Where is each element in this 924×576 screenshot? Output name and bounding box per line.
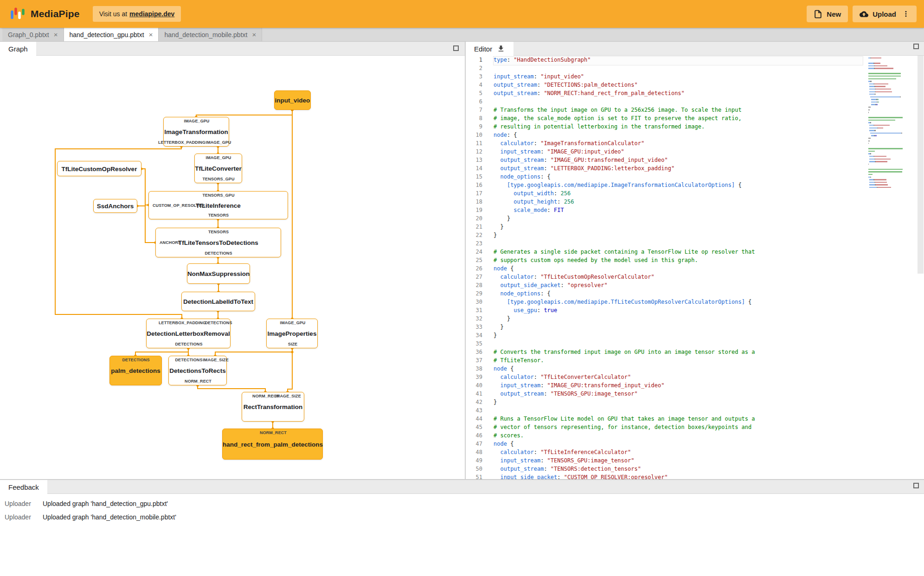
code-line[interactable] <box>494 340 863 349</box>
graph-tab[interactable]: Graph <box>0 42 36 56</box>
code-line[interactable]: # Generates a single side packet contain… <box>494 249 863 257</box>
code-line[interactable]: # Runs a TensorFlow Lite model on GPU th… <box>494 416 863 424</box>
code-line[interactable]: } <box>494 332 863 340</box>
code-line[interactable] <box>494 240 863 249</box>
graph-node-detections_to_rects[interactable]: DetectionsToRectsDETECTIONSIMAGE_SIZENOR… <box>168 356 227 385</box>
graph-node-rect_transformation[interactable]: RectTransformationNORM_RECTIMAGE_SIZE <box>242 392 304 422</box>
code-line[interactable]: } <box>494 399 863 407</box>
editor-scrollbar-thumb[interactable] <box>918 56 924 274</box>
code-line[interactable]: # Transforms the input image on GPU to a… <box>494 107 863 115</box>
code-line[interactable]: calculator: "TfLiteCustomOpResolverCalcu… <box>494 274 863 282</box>
code-line[interactable]: # vector of tensors representing, for in… <box>494 424 863 432</box>
code-line[interactable]: output_stream: "DETECTIONS:palm_detectio… <box>494 82 863 90</box>
line-number: 45 <box>466 424 490 432</box>
graph-canvas[interactable]: input_videoImageTransformationIMAGE_GPUL… <box>0 56 465 480</box>
graph-node-tflite_inference[interactable]: TfLiteInferenceTENSORS_GPUTENSORSCUSTOM_… <box>148 191 288 219</box>
editor-scrollbar[interactable] <box>917 56 924 480</box>
editor-tab[interactable]: Editor <box>466 42 513 56</box>
file-tab[interactable]: hand_detection_gpu.pbtxt× <box>64 28 159 41</box>
visit-link[interactable]: mediapipe.dev <box>129 10 174 18</box>
graph-node-non_max_suppression[interactable]: NonMaxSuppression <box>187 263 250 284</box>
code-line[interactable]: } <box>494 215 863 224</box>
graph-node-palm_detections[interactable]: palm_detectionsDETECTIONS <box>109 356 162 385</box>
code-line[interactable]: calculator: "TfLiteConverterCalculator" <box>494 374 863 382</box>
code-line[interactable]: use_gpu: true <box>494 307 863 315</box>
code-line[interactable]: output_side_packet: "opresolver" <box>494 282 863 290</box>
panel-splitter[interactable] <box>465 42 466 480</box>
code-line[interactable]: type: "HandDetectionSubgraph" <box>494 57 863 65</box>
port-label: IMAGE_GPU <box>280 320 306 325</box>
code-line[interactable] <box>494 98 863 107</box>
feedback-header-bar: Feedback <box>0 480 924 494</box>
graph-node-detection_letterbox_removal[interactable]: DetectionLetterboxRemovalLETTERBOX_PADDI… <box>146 319 231 348</box>
code-line[interactable]: output_stream: "TENSORS_GPU:image_tensor… <box>494 390 863 399</box>
code-line[interactable]: output_stream: "IMAGE_GPU:transformed_in… <box>494 157 863 165</box>
code-line[interactable]: } <box>494 324 863 332</box>
tab-close-icon[interactable]: × <box>54 31 58 38</box>
code-line[interactable]: output_width: 256 <box>494 190 863 198</box>
code-line[interactable]: # image, the scale_mode option is set to… <box>494 115 863 123</box>
code-line[interactable] <box>494 65 863 73</box>
code-line[interactable]: # TfLiteTensor. <box>494 357 863 365</box>
maximize-graph-icon[interactable] <box>453 45 459 51</box>
port-label: DETECTIONS <box>175 342 202 346</box>
tab-close-icon[interactable]: × <box>149 31 153 38</box>
code-line[interactable]: # supports custom ops needed by the mode… <box>494 257 863 265</box>
graph-node-image_transformation[interactable]: ImageTransformationIMAGE_GPULETTERBOX_PA… <box>163 117 229 147</box>
maximize-feedback-icon[interactable] <box>913 483 919 488</box>
code-line[interactable]: node: { <box>494 132 863 140</box>
code-line[interactable]: } <box>494 224 863 232</box>
editor-code[interactable]: type: "HandDetectionSubgraph"input_strea… <box>494 57 863 480</box>
feedback-tab[interactable]: Feedback <box>0 480 47 494</box>
code-line[interactable]: input_stream: "TENSORS_GPU:image_tensor" <box>494 457 863 466</box>
tab-close-icon[interactable]: × <box>252 31 256 38</box>
code-line[interactable]: input_stream: "IMAGE_GPU:input_video" <box>494 148 863 157</box>
code-line[interactable]: node_options: { <box>494 173 863 182</box>
graph-node-tflite_custom_op_resolver[interactable]: TfLiteCustomOpResolver <box>57 161 141 176</box>
code-line[interactable]: output_height: 256 <box>494 198 863 207</box>
code-line[interactable]: node_options: { <box>494 290 863 299</box>
download-icon[interactable] <box>497 45 505 53</box>
code-line[interactable]: output_stream: "NORM_RECT:hand_rect_from… <box>494 90 863 98</box>
code-line[interactable]: } <box>494 232 863 240</box>
minimap-line <box>868 115 917 115</box>
line-number: 26 <box>466 265 490 274</box>
editor-minimap[interactable] <box>868 58 917 189</box>
new-button[interactable]: New <box>807 6 848 22</box>
code-line[interactable]: # resulting in potential letterboxing in… <box>494 123 863 132</box>
graph-node-tflite_converter[interactable]: TfLiteConverterIMAGE_GPUTENSORS_GPU <box>194 154 242 183</box>
upload-button[interactable]: Upload <box>853 6 917 22</box>
code-line[interactable]: node { <box>494 365 863 374</box>
code-line[interactable]: output_stream: "TENSORS:detection_tensor… <box>494 466 863 474</box>
graph-node-hand_rect_from_palm_detections[interactable]: hand_rect_from_palm_detectionsNORM_RECT <box>222 429 323 460</box>
editor-panel[interactable]: 1234567891011121314151617181920212223242… <box>466 56 924 480</box>
minimap-line <box>868 94 917 95</box>
code-line[interactable]: } <box>494 315 863 324</box>
graph-node-detection_label_id_to_text[interactable]: DetectionLabelIdToText <box>181 292 255 311</box>
graph-node-input_video[interactable]: input_video <box>274 90 311 110</box>
graph-node-tflite_tensors_to_detections[interactable]: TfLiteTensorsToDetectionsTENSORSDETECTIO… <box>155 228 281 257</box>
code-line[interactable]: input_stream: "IMAGE_GPU:transformed_inp… <box>494 382 863 390</box>
code-line[interactable]: output_stream: "LETTERBOX_PADDING:letter… <box>494 165 863 173</box>
minimap-line <box>868 146 917 147</box>
file-tab[interactable]: Graph_0.pbtxt× <box>2 28 64 41</box>
code-line[interactable] <box>494 407 863 416</box>
kebab-menu-icon[interactable] <box>902 10 910 18</box>
code-line[interactable]: [type.googleapis.com/mediapipe.ImageTran… <box>494 182 863 190</box>
code-line[interactable]: # scores. <box>494 432 863 441</box>
graph-node-image_properties[interactable]: ImagePropertiesIMAGE_GPUSIZE <box>266 319 318 348</box>
code-line[interactable]: input_stream: "input_video" <box>494 73 863 82</box>
code-line[interactable]: scale_mode: FIT <box>494 207 863 215</box>
code-line[interactable]: # Converts the transformed input image o… <box>494 349 863 357</box>
code-line[interactable]: node { <box>494 441 863 449</box>
code-line[interactable]: node { <box>494 265 863 274</box>
feedback-log: UploaderUploaded graph 'hand_detection_g… <box>0 494 924 576</box>
feedback-splitter[interactable] <box>0 479 924 480</box>
maximize-editor-icon[interactable] <box>913 44 919 49</box>
graph-node-ssd_anchors[interactable]: SsdAnchors <box>93 199 137 213</box>
file-tab[interactable]: hand_detection_mobile.pbtxt× <box>159 28 262 41</box>
code-line[interactable]: [type.googleapis.com/mediapipe.TfLiteCus… <box>494 299 863 307</box>
editor-line-numbers: 1234567891011121314151617181920212223242… <box>466 57 490 480</box>
code-line[interactable]: calculator: "TfLiteInferenceCalculator" <box>494 449 863 457</box>
code-line[interactable]: calculator: "ImageTransformationCalculat… <box>494 140 863 148</box>
